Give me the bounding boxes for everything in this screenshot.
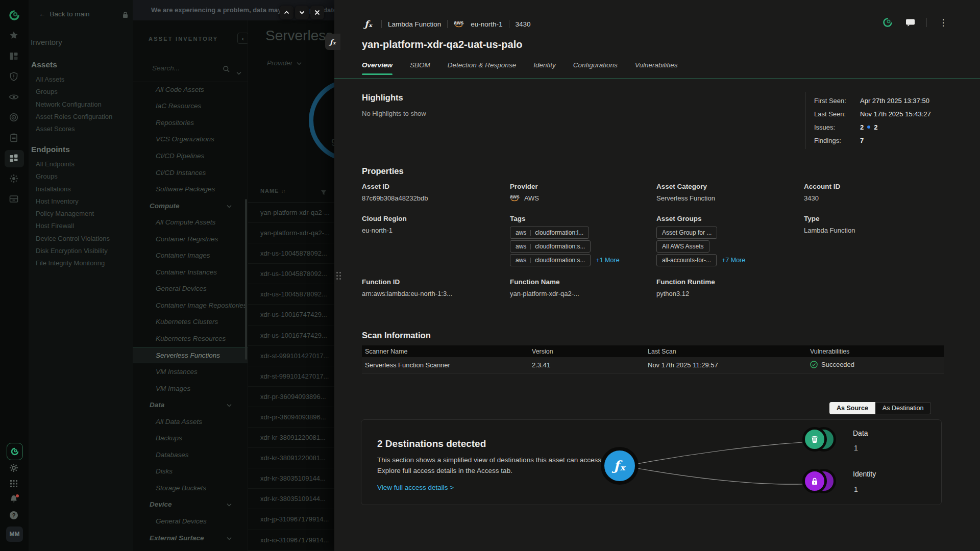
- layout-panels-icon[interactable]: [9, 51, 20, 62]
- tag-chip[interactable]: awscloudformation:l...: [510, 227, 589, 239]
- asset-category-item[interactable]: Device: [133, 496, 248, 513]
- table-row[interactable]: xdr-st-999101427017...: [248, 346, 334, 366]
- asset-category-item[interactable]: Kubernetes Resources: [133, 330, 248, 347]
- sidebar-item[interactable]: Asset Roles Configuration: [36, 111, 112, 123]
- tab[interactable]: Identity: [533, 61, 556, 75]
- tag-chip[interactable]: awscloudformation:s...: [510, 240, 591, 253]
- view-access-details-link[interactable]: View full access details >: [377, 484, 454, 491]
- as-source-button[interactable]: As Source: [829, 402, 875, 414]
- sidebar-item[interactable]: Installations: [36, 183, 110, 195]
- collapse-panel-button[interactable]: ‹: [237, 33, 248, 44]
- kebab-menu-icon[interactable]: ⋮: [937, 16, 949, 29]
- asset-category-item[interactable]: External Surface: [133, 530, 248, 546]
- panel-resize-handle[interactable]: [336, 272, 342, 281]
- asset-category-item[interactable]: Repositories: [133, 114, 248, 131]
- filter-funnel-icon[interactable]: [321, 188, 327, 197]
- scrollbar[interactable]: [245, 199, 247, 360]
- tab[interactable]: Configurations: [573, 61, 618, 75]
- table-row[interactable]: xdr-us-10045878092...: [248, 243, 334, 264]
- product-logo-button[interactable]: [7, 443, 23, 460]
- asset-category-item[interactable]: Compute: [133, 197, 248, 214]
- asset-category-item[interactable]: Serverless Functions: [133, 347, 248, 364]
- name-column-header[interactable]: NAME↓↑: [260, 188, 285, 194]
- table-row[interactable]: xdr-us-10045878092...: [248, 284, 334, 305]
- table-row[interactable]: xdr-st-999101427017...: [248, 366, 334, 387]
- user-avatar[interactable]: MM: [6, 527, 23, 542]
- asset-category-item[interactable]: CI/CD Pipelines: [133, 147, 248, 164]
- asset-groups-more-link[interactable]: +7 More: [722, 257, 745, 264]
- asset-category-item[interactable]: Kubernetes Clusters: [133, 314, 248, 331]
- asset-group-chip[interactable]: All AWS Assets: [656, 240, 709, 253]
- asset-category-item[interactable]: Container Registries: [133, 231, 248, 247]
- tab[interactable]: Overview: [362, 61, 393, 75]
- eye-icon[interactable]: [9, 92, 20, 103]
- lambda-tab-notch[interactable]: ƒₓ: [325, 34, 340, 50]
- sidebar-item[interactable]: Host Inventory: [36, 195, 110, 208]
- asset-category-item[interactable]: General Devices: [133, 281, 248, 297]
- sidebar-item[interactable]: File Integrity Monitoring: [36, 257, 110, 269]
- sidebar-item[interactable]: Device Control Violations: [36, 233, 110, 245]
- issues-count[interactable]: 2: [860, 123, 864, 131]
- asset-category-item[interactable]: Storage Buckets: [133, 480, 248, 496]
- table-row[interactable]: xdr-kr-38035109144...: [248, 489, 334, 509]
- asset-category-item[interactable]: Backups: [133, 430, 248, 446]
- findings-count[interactable]: 7: [860, 137, 864, 144]
- asset-category-item[interactable]: All Code Assets: [133, 81, 248, 98]
- table-row[interactable]: xdr-kr-38091220081...: [248, 428, 334, 448]
- data-destination-node[interactable]: [798, 426, 838, 458]
- help-icon[interactable]: ?: [9, 510, 20, 521]
- asset-category-item[interactable]: IaC Resources: [133, 98, 248, 115]
- storage-icon[interactable]: [9, 194, 20, 205]
- asset-category-item[interactable]: General Devices: [133, 513, 248, 530]
- as-destination-button[interactable]: As Destination: [875, 402, 932, 414]
- asset-category-item[interactable]: VM Instances: [133, 363, 248, 380]
- clipboard-icon[interactable]: [9, 133, 20, 144]
- asset-category-item[interactable]: VM Images: [133, 380, 248, 397]
- scan-table-row[interactable]: Serverless Function Scanner 2.3.41 Nov 1…: [362, 357, 944, 373]
- search-icon[interactable]: [223, 65, 230, 75]
- table-row[interactable]: xdr-kr-38091220081...: [248, 448, 334, 468]
- sidebar-item[interactable]: All Assets: [36, 73, 112, 86]
- asset-category-item[interactable]: Databases: [133, 446, 248, 463]
- asset-category-item[interactable]: Software Packages: [133, 181, 248, 197]
- favorites-star-icon[interactable]: [9, 30, 20, 41]
- sort-icon[interactable]: ↓↑: [281, 188, 285, 194]
- asset-group-chip[interactable]: all-accounts-for-...: [656, 254, 717, 266]
- table-row[interactable]: xdr-us-10016747429...: [248, 305, 334, 325]
- tab[interactable]: SBOM: [410, 61, 430, 75]
- provider-filter-dropdown[interactable]: Provider: [267, 59, 302, 67]
- comment-icon[interactable]: [904, 16, 916, 29]
- tags-more-link[interactable]: +1 More: [596, 257, 619, 264]
- sidebar-item[interactable]: All Endpoints: [36, 158, 110, 170]
- sidebar-item[interactable]: Groups: [36, 170, 110, 183]
- table-row[interactable]: xdr-jp-310967179914...: [248, 509, 334, 530]
- sidebar-item[interactable]: Disk Encryption Visibility: [36, 245, 110, 257]
- shield-alert-icon[interactable]: [9, 71, 20, 83]
- inventory-grid-icon[interactable]: [9, 153, 20, 164]
- table-row[interactable]: yan-platform-xdr-qa2-...: [248, 203, 334, 223]
- settings-gear-icon[interactable]: [9, 463, 20, 474]
- table-row[interactable]: xdr-io-310967179914...: [248, 530, 334, 550]
- close-icon[interactable]: [310, 6, 324, 19]
- table-row[interactable]: xdr-pr-36094093896...: [248, 407, 334, 428]
- asset-category-item[interactable]: Container Images: [133, 247, 248, 264]
- automation-icon[interactable]: [9, 173, 20, 185]
- search-options-chevron-icon[interactable]: [236, 68, 241, 77]
- sidebar-item[interactable]: Network Configuration: [36, 98, 112, 111]
- apps-grid-icon[interactable]: [9, 479, 20, 490]
- tab[interactable]: Detection & Response: [448, 61, 516, 75]
- scroll-down-button[interactable]: [295, 6, 309, 19]
- sidebar-group-assets[interactable]: Assets: [31, 60, 57, 69]
- back-to-main-button[interactable]: ←Back to main: [39, 10, 90, 18]
- sidebar-group-endpoints[interactable]: Endpoints: [31, 145, 70, 154]
- asset-category-item[interactable]: All Data Assets: [133, 413, 248, 430]
- table-row[interactable]: xdr-kr-38035109144...: [248, 468, 334, 489]
- sidebar-item[interactable]: Asset Scores: [36, 123, 112, 135]
- sidebar-item[interactable]: Host Firewall: [36, 220, 110, 232]
- tab[interactable]: Vulnerabilities: [635, 61, 678, 75]
- scroll-up-button[interactable]: [280, 6, 293, 19]
- table-row[interactable]: xdr-us-10045878092...: [248, 264, 334, 284]
- asset-category-item[interactable]: VCS Organizations: [133, 131, 248, 148]
- issues-secondary-count[interactable]: 2: [874, 123, 877, 131]
- target-icon[interactable]: [9, 112, 20, 123]
